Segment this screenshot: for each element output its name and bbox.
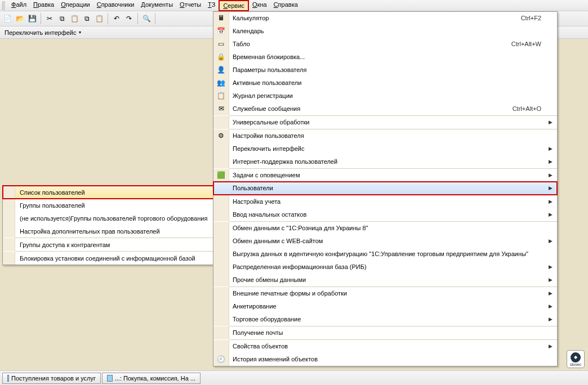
menu-item[interactable]: ⚙Настройки пользователя (213, 129, 557, 142)
menu-item[interactable]: Получение почты (213, 326, 557, 339)
menu-item-icon (213, 274, 229, 286)
menu-item[interactable]: Переключить интерфейс▶ (213, 142, 557, 155)
submenu-item-label: Список пользователей (15, 189, 215, 196)
toolbar-divider (155, 13, 155, 24)
menu-item-label: Универсальные обработки (229, 119, 557, 126)
submenu-arrow-icon: ▶ (549, 159, 553, 164)
menu-item-label: Свойства объектов (229, 343, 557, 350)
menu-item[interactable]: 🕘История изменений объектов (213, 353, 557, 366)
window-icon (7, 375, 9, 382)
menu-item[interactable]: Универсальные обработки▶ (213, 116, 557, 129)
menu-документы[interactable]: Документы (137, 0, 176, 11)
open-icon[interactable]: 📂 (15, 14, 25, 24)
menu-файл[interactable]: Файл (8, 0, 30, 11)
redo-icon[interactable]: ↷ (124, 14, 134, 24)
menu-item-label: Пользователи (229, 185, 557, 191)
menu-item[interactable]: Настройка учета▶ (213, 195, 557, 208)
menu-item-label: Служебные сообщения (229, 105, 513, 112)
menu-item[interactable]: Прочие обмены данными▶ (213, 274, 557, 286)
menu-item[interactable]: 👥Активные пользователи (213, 77, 557, 89)
menu-item-icon (213, 248, 229, 261)
menu-item-label: Калькулятор (229, 15, 521, 21)
menu-item-icon: 🟩 (213, 169, 229, 182)
menu-item[interactable]: 📅Календарь (213, 25, 557, 38)
taskbar-item[interactable]: Поступления товаров и услуг (2, 373, 101, 384)
menu-item-shortcut: Ctrl+Alt+O (513, 105, 557, 112)
menu-item-label: Получение почты (229, 329, 557, 336)
menu-item-icon (213, 235, 229, 248)
menu-item[interactable]: Обмен данными с "1С:Розница для Украины … (213, 222, 557, 235)
menu-item[interactable]: Внешние печатные формы и обработки▶ (213, 287, 557, 300)
submenu-item[interactable]: (не используется)Группы пользователей то… (3, 212, 215, 225)
menu-item[interactable]: Ввод начальных остатков▶ (213, 208, 557, 221)
menu-item[interactable]: 📋Журнал регистрации (213, 89, 557, 102)
search-icon[interactable]: 🔍 (141, 14, 152, 24)
submenu-item-icon (3, 212, 15, 225)
menu-item[interactable]: 🔒Временная блокировка... (213, 51, 557, 64)
menu-item[interactable]: ▭ТаблоCtrl+Alt+W (213, 38, 557, 51)
menu-item-icon: 👥 (213, 77, 229, 89)
undo-icon[interactable]: ↶ (112, 14, 122, 24)
menu-item-icon (213, 340, 229, 353)
menu-item-icon (213, 116, 229, 129)
submenu-item[interactable]: Настройка дополнительных прав пользовате… (3, 225, 215, 238)
menu-item[interactable]: Свойства объектов▶ (213, 340, 557, 353)
menu-item-icon: 🖩 (213, 12, 229, 25)
menu-item-icon: 📅 (213, 25, 229, 38)
save-icon[interactable]: 💾 (27, 14, 37, 24)
menu-item-label: Настройка учета (229, 198, 557, 205)
menu-item-label: Ввод начальных остатков (229, 211, 557, 218)
menu-item-icon: 🔒 (213, 51, 229, 64)
menu-item-label: Выгрузка данных в идентичную конфигураци… (229, 250, 557, 257)
submenu-item-label: Группы доступа к контрагентам (15, 241, 215, 248)
menu-справка[interactable]: Справка (270, 0, 301, 11)
menu-item[interactable]: Торговое оборудование▶ (213, 313, 557, 326)
submenu-item[interactable]: Группы доступа к контрагентам (3, 238, 215, 251)
stosec-logo: ◆ stosec (567, 350, 585, 368)
menu-тз[interactable]: ТЗ (204, 0, 219, 11)
menu-операции[interactable]: Операции (57, 0, 93, 11)
menu-item-label: Обмен данными с "1С:Розница для Украины … (229, 225, 557, 231)
menu-item[interactable]: Обмен данными с WEB-сайтом▶ (213, 235, 557, 248)
menu-item[interactable]: Интернет-поддержка пользователей▶ (213, 155, 557, 168)
submenu-arrow-icon: ▶ (549, 316, 553, 322)
submenu-arrow-icon: ▶ (549, 185, 553, 191)
menu-item-label: Переключить интерфейс (229, 145, 557, 152)
paste-icon[interactable]: 📋 (69, 14, 79, 24)
submenu-item-icon (3, 252, 15, 265)
paste2-icon[interactable]: 📋 (94, 14, 104, 24)
menu-item-label: Задачи с оповещением (229, 172, 557, 178)
menu-item-label: Внешние печатные формы и обработки (229, 290, 557, 297)
copy-icon[interactable]: ⧉ (57, 14, 67, 24)
submenu-arrow-icon: ▶ (549, 343, 553, 349)
menu-item-shortcut: Ctrl+Alt+W (511, 41, 557, 47)
submenu-item[interactable]: Список пользователей (3, 186, 215, 199)
toolbar-divider (137, 13, 138, 24)
menu-сервис[interactable]: Сервис (219, 0, 249, 11)
menu-item-label: Табло (229, 41, 511, 47)
menu-item[interactable]: Анкетирование▶ (213, 300, 557, 313)
menu-справочники[interactable]: Справочники (93, 0, 138, 11)
submenu-item[interactable]: Группы пользователей (3, 199, 215, 212)
menu-окна[interactable]: Окна (249, 0, 270, 11)
menu-item[interactable]: Распределенная информационная база (РИБ)… (213, 261, 557, 274)
menu-item[interactable]: Пользователи▶ (213, 182, 557, 195)
menu-item[interactable]: ✉Служебные сообщенияCtrl+Alt+O (213, 102, 557, 115)
menu-item-icon (213, 261, 229, 274)
menu-отчеты[interactable]: Отчеты (176, 0, 204, 11)
taskbar-item[interactable]: ...: Покупка, комиссия, На ... (102, 373, 201, 384)
menu-item[interactable]: 🖩КалькуляторCtrl+F2 (213, 12, 557, 25)
menu-item-icon (213, 326, 229, 339)
cut-icon[interactable]: ✂ (44, 14, 55, 24)
submenu-arrow-icon: ▶ (549, 303, 553, 309)
menu-item-icon: ⚙ (213, 129, 229, 142)
taskbar: Поступления товаров и услуг...: Покупка,… (0, 370, 588, 385)
menu-item[interactable]: 🟩Задачи с оповещением▶ (213, 169, 557, 182)
submenu-item-label: Настройка дополнительных прав пользовате… (15, 228, 215, 235)
menu-правка[interactable]: Правка (30, 0, 57, 11)
copy2-icon[interactable]: ⧉ (82, 14, 92, 24)
menu-item[interactable]: 👤Параметры пользователя (213, 64, 557, 77)
new-doc-icon[interactable]: 📄 (2, 14, 12, 24)
menu-item[interactable]: Выгрузка данных в идентичную конфигураци… (213, 248, 557, 261)
submenu-item[interactable]: Блокировка установки соединений с информ… (3, 252, 215, 265)
